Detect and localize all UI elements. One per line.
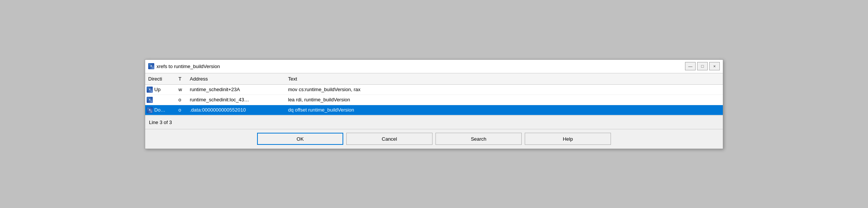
- help-button[interactable]: Help: [525, 133, 611, 145]
- cell-address-3: .data:0000000000552010: [187, 106, 285, 113]
- ok-button[interactable]: OK: [257, 133, 343, 145]
- maximize-button[interactable]: □: [697, 62, 708, 70]
- title-bar-left: X xrefs to runtime_buildVersion: [148, 63, 220, 69]
- cell-address-1: runtime_schedinit+23A: [187, 86, 285, 93]
- cancel-button[interactable]: Cancel: [346, 133, 432, 145]
- row-icon-1: X: [147, 87, 153, 93]
- title-bar-controls: — □ ×: [685, 62, 720, 70]
- col-header-direction: Directi: [145, 75, 175, 83]
- xrefs-dialog: X xrefs to runtime_buildVersion — □ × Di…: [145, 59, 723, 149]
- table-area: Directi T Address Text X Up w runtime_sc…: [145, 73, 723, 115]
- search-button[interactable]: Search: [436, 133, 522, 145]
- cell-address-2: runtime_schedinit:loc_43…: [187, 96, 285, 103]
- close-button[interactable]: ×: [709, 62, 720, 70]
- col-header-text: Text: [285, 75, 723, 83]
- cell-type-2: o: [175, 96, 187, 103]
- table-row[interactable]: X Up w runtime_schedinit+23A mov cs:runt…: [145, 85, 723, 95]
- minimize-button[interactable]: —: [685, 62, 696, 70]
- title-bar: X xrefs to runtime_buildVersion — □ ×: [145, 60, 723, 73]
- table-header: Directi T Address Text: [145, 73, 723, 85]
- table-row-selected[interactable]: X Do… o .data:0000000000552010 dq offset…: [145, 105, 723, 115]
- cell-text-3: dq offset runtime_buildVersion: [285, 106, 723, 113]
- cell-type-1: w: [175, 86, 187, 93]
- cell-direction-1: X Up: [145, 86, 175, 93]
- button-bar: OK Cancel Search Help: [145, 129, 723, 149]
- status-text: Line 3 of 3: [149, 120, 172, 125]
- status-bar: Line 3 of 3: [145, 115, 723, 129]
- window-title: xrefs to runtime_buildVersion: [157, 64, 220, 69]
- table-body: X Up w runtime_schedinit+23A mov cs:runt…: [145, 85, 723, 115]
- cell-text-1: mov cs:runtime_buildVersion, rax: [285, 86, 723, 93]
- cell-direction-2: X: [145, 96, 175, 104]
- row-icon-3: X: [147, 107, 153, 113]
- cell-direction-3: X Do…: [145, 106, 175, 114]
- cell-type-3: o: [175, 106, 187, 113]
- cell-text-2: lea rdi, runtime_buildVersion: [285, 96, 723, 103]
- window-icon: X: [148, 63, 154, 69]
- row-icon-2: X: [147, 97, 153, 103]
- table-row[interactable]: X o runtime_schedinit:loc_43… lea rdi, r…: [145, 95, 723, 105]
- col-header-type: T: [175, 75, 187, 83]
- col-header-address: Address: [187, 75, 285, 83]
